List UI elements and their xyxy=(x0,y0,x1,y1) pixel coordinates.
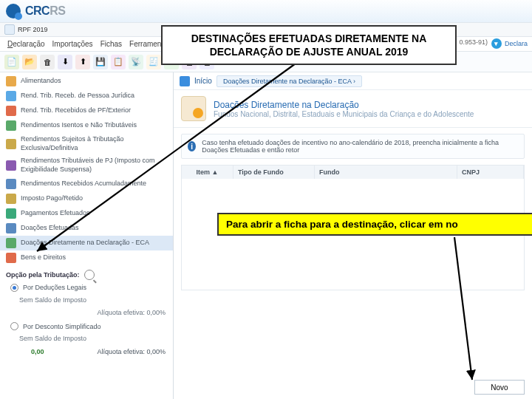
magnifier-icon[interactable] xyxy=(84,270,95,280)
crcrs-logo: CRCRS xyxy=(6,4,65,18)
transmit-icon[interactable]: 📡 xyxy=(129,55,143,69)
opt-deducoes[interactable]: Por Deduções Legais xyxy=(0,282,173,294)
trash-icon[interactable]: 🗑 xyxy=(40,55,55,69)
notice-text: Caso tenha efetuado doações de incentivo… xyxy=(202,139,518,154)
ficha-icon xyxy=(6,76,16,86)
sidebar-item-7[interactable]: Imposto Pago/Retido xyxy=(0,191,173,206)
ficha-icon xyxy=(6,223,16,233)
sidebar-item-label: Pagamentos Efetuados xyxy=(21,209,90,218)
app-icon xyxy=(4,24,15,35)
notice-bar: i Caso tenha efetuado doações de incenti… xyxy=(181,134,525,159)
table-header: Item ▲ Tipo de Fundo Fundo CNPJ xyxy=(182,166,524,179)
sidebar-item-5[interactable]: Rendimentos Tributáveis de PJ (Imposto c… xyxy=(0,154,173,176)
col-item[interactable]: Item ▲ xyxy=(182,166,233,179)
import-icon[interactable]: ⬇ xyxy=(58,55,72,69)
sidebar-item-label: Alimentandos xyxy=(21,77,61,86)
opt-simplificado[interactable]: Por Desconto Simplificado xyxy=(0,320,173,332)
sidebar-item-label: Rendimentos Recebidos Acumuladamente xyxy=(21,180,146,188)
ficha-icon xyxy=(6,253,16,263)
sidebar-item-6[interactable]: Rendimentos Recebidos Acumuladamente xyxy=(0,177,173,191)
overlay-instruction: Para abrir a ficha para a destinação, cl… xyxy=(217,213,532,236)
sidebar-item-3[interactable]: Rendimentos Isentos e Não Tributáveis xyxy=(0,118,173,133)
sidebar-item-label: Bens e Direitos xyxy=(21,253,66,262)
ficha-icon xyxy=(6,160,16,171)
opt2-sub: Sem Saldo de Imposto xyxy=(0,332,173,346)
sidebar-item-label: Rendimentos Tributáveis de PJ (Imposto c… xyxy=(21,157,167,174)
sidebar-item-8[interactable]: Pagamentos Efetuados xyxy=(0,206,173,221)
sidebar-item-10[interactable]: Doações Diretamente na Declaração - ECA xyxy=(0,236,173,250)
ficha-icon xyxy=(6,106,16,116)
ficha-icon xyxy=(6,91,16,101)
col-cnpj[interactable]: CNPJ xyxy=(457,166,524,179)
sidebar-item-label: Doações Efetuadas xyxy=(21,224,79,233)
tributacao-section: Opção pela Tributação: xyxy=(0,267,173,282)
crcrs-logo-icon xyxy=(6,4,21,18)
sidebar-item-9[interactable]: Doações Efetuadas xyxy=(0,221,173,236)
open-icon[interactable]: 📂 xyxy=(22,55,37,69)
sidebar-item-label: Imposto Pago/Retido xyxy=(21,194,83,203)
program-title: RPF 2019 xyxy=(18,26,48,33)
logo-crc: CRC xyxy=(25,4,50,17)
ficha-icon xyxy=(6,179,16,189)
sidebar-item-label: Rend. Trib. Receb. de Pessoa Jurídica xyxy=(21,92,134,100)
ficha-icon xyxy=(6,120,16,131)
header-icon xyxy=(181,96,206,121)
sidebar-item-0[interactable]: Alimentandos xyxy=(0,74,173,89)
overlay-title: DESTINAÇÕES EFETUADAS DIRETAMENTE NA DEC… xyxy=(161,25,457,65)
opt1-sub: Sem Saldo de Imposto xyxy=(0,294,173,307)
brand-bar: CRCRS xyxy=(0,0,532,22)
menu-declaracao[interactable]: Declaração xyxy=(7,40,45,48)
main-panel: Início Doações Diretamente na Declaração… xyxy=(174,72,532,399)
breadcrumb: Início Doações Diretamente na Declaração… xyxy=(174,72,532,90)
logo-rs: RS xyxy=(50,4,65,17)
page-title: Doações Diretamente na Declaração xyxy=(214,100,474,110)
main-header: Doações Diretamente na Declaração Fundos… xyxy=(174,90,532,128)
declarante-badge[interactable]: ▾ Declara xyxy=(491,38,528,49)
col-tipo[interactable]: Tipo de Fundo xyxy=(233,166,315,179)
copy-icon[interactable]: 📋 xyxy=(111,55,126,69)
sidebar-item-11[interactable]: Bens e Direitos xyxy=(0,250,173,265)
radio-icon xyxy=(10,322,18,330)
col-fundo[interactable]: Fundo xyxy=(315,166,457,179)
declarante-icon: ▾ xyxy=(491,38,502,49)
menu-importacoes[interactable]: Importações xyxy=(52,40,93,48)
ficha-icon xyxy=(6,194,16,204)
sidebar-item-label: Rendimentos Isentos e Não Tributáveis xyxy=(21,121,137,130)
new-icon[interactable]: 📄 xyxy=(4,55,19,69)
info-icon: i xyxy=(188,141,196,151)
crumb-current[interactable]: Doações Diretamente na Declaração - ECA … xyxy=(216,75,362,87)
ficha-icon xyxy=(6,238,16,248)
cpf-fragment: 0.953-91) xyxy=(459,38,488,46)
sidebar-item-label: Doações Diretamente na Declaração - ECA xyxy=(21,239,149,248)
novo-button[interactable]: Novo xyxy=(474,380,525,395)
home-icon[interactable] xyxy=(180,76,190,86)
receipt-icon[interactable]: 🧾 xyxy=(146,55,161,69)
sidebar-item-4[interactable]: Rendimentos Sujeitos à Tributação Exclus… xyxy=(0,133,173,154)
radio-icon xyxy=(10,284,18,292)
opt2-line: 0,00 Alíquota efetiva: 0,00% xyxy=(0,346,173,359)
sidebar-item-label: Rend. Trib. Recebidos de PF/Exterior xyxy=(21,106,131,115)
menu-fichas[interactable]: Fichas xyxy=(100,40,122,48)
declarante-label: Declara xyxy=(505,40,528,47)
opt1-aliq: Alíquota efetiva: 0,00% xyxy=(0,307,173,320)
ficha-icon xyxy=(6,208,16,219)
sidebar: AlimentandosRend. Trib. Receb. de Pessoa… xyxy=(0,72,174,399)
sidebar-item-1[interactable]: Rend. Trib. Receb. de Pessoa Jurídica xyxy=(0,89,173,103)
sidebar-item-label: Rendimentos Sujeitos à Tributação Exclus… xyxy=(21,135,167,152)
ficha-icon xyxy=(6,139,16,149)
page-subtitle: Fundos Nacional, Distrital, Estaduais e … xyxy=(214,110,474,118)
sidebar-item-2[interactable]: Rend. Trib. Recebidos de PF/Exterior xyxy=(0,103,173,118)
content-area: AlimentandosRend. Trib. Receb. de Pessoa… xyxy=(0,72,532,399)
save-icon[interactable]: 💾 xyxy=(93,55,108,69)
crumb-home[interactable]: Início xyxy=(194,77,212,85)
export-icon[interactable]: ⬆ xyxy=(75,55,90,69)
